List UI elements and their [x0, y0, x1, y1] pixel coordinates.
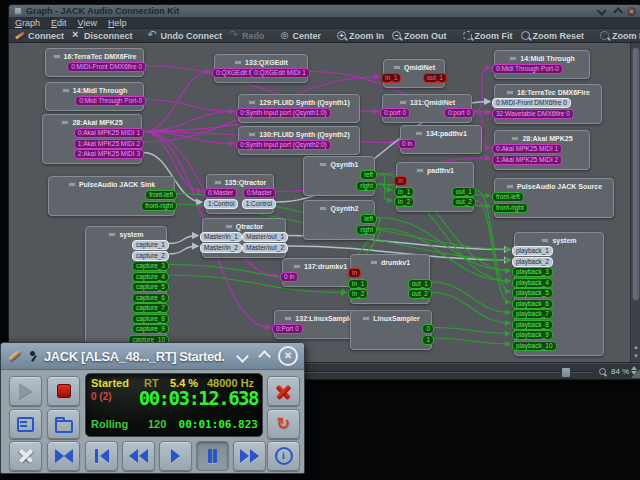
graph-port-output[interactable]: right [356, 225, 377, 235]
graph-port-input[interactable]: 0 in [280, 272, 298, 282]
connections-button[interactable] [9, 441, 42, 471]
maximize-button[interactable] [612, 6, 623, 16]
setup-button[interactable]: ↻ [267, 409, 300, 439]
graph-port-output[interactable]: capture_4 [132, 272, 169, 282]
graph-port-input[interactable]: 0:Port 0 [272, 324, 303, 334]
graph-port-input[interactable]: playback_7 [512, 309, 553, 319]
graph-port-output[interactable]: capture_1 [132, 240, 169, 250]
graph-port-input[interactable]: playback_10 [512, 341, 557, 351]
graph-port-output[interactable]: out_2 [408, 289, 432, 299]
vertical-scrollbar[interactable]: ▲ ▼ [630, 43, 640, 362]
graph-node-fluid2[interactable]: 130:FLUID Synth (Qsynth2)0:Synth input p… [238, 126, 360, 155]
graph-node-qmidinet_m[interactable]: 131:QmidiNet0:port 00:port 0 [382, 94, 472, 123]
connection-edge[interactable] [169, 236, 198, 244]
scrollbar-thumb[interactable] [632, 47, 640, 301]
graph-port-output[interactable]: 1:Akai MPK25 MIDI 2 [74, 139, 144, 149]
toolbar-disconnect-button[interactable]: Disconnect [72, 31, 133, 41]
graph-node-midithrough_r[interactable]: 14:Midi Through0:Midi Through Port-0 [494, 50, 590, 79]
graph-node-midithrough_l[interactable]: 14:Midi Through0:Midi Through Port-0 [45, 82, 144, 111]
graph-node-drumkv1_m[interactable]: 137:drumkv10 in [282, 258, 358, 287]
graph-port-input[interactable]: playback_1 [512, 246, 553, 256]
graph-port-output[interactable]: out_2 [452, 197, 476, 207]
graph-canvas[interactable]: ▲ ▼ 16:TerraTec DMX6Fire0:MIDI-Front DMX… [9, 43, 640, 363]
graph-port-input[interactable]: front-left [492, 192, 524, 202]
graph-node-padthv1_a[interactable]: padthv1inin_1out_1in_2out_2 [396, 162, 474, 212]
connection-edge[interactable] [146, 100, 234, 112]
graph-port-output[interactable]: left [360, 214, 377, 224]
toolbar-zoom-reset-button[interactable]: Zoom Reset [521, 31, 585, 41]
graph-node-akai_r[interactable]: 28:Akai MPK250:Akai MPK25 MIDI 11:Akai M… [494, 130, 590, 170]
graph-port-output[interactable]: capture_2 [132, 251, 169, 261]
transport-forward-button[interactable] [233, 441, 266, 471]
graph-port-input[interactable]: 0:Master [204, 188, 237, 198]
minimize-button[interactable] [597, 6, 608, 16]
graph-port-input[interactable]: 32:Wavetable DMX6fire 0 [492, 109, 574, 119]
graph-port-input[interactable]: 1:Akai MPK25 MIDI 2 [492, 155, 562, 165]
connection-edge[interactable] [377, 184, 392, 201]
session-button[interactable] [47, 409, 80, 439]
graph-port-output[interactable]: Master/out_1 [242, 232, 288, 242]
graph-port-input[interactable]: 0:Synth input port (Qsynth2:0) [236, 140, 331, 150]
graph-port-output[interactable]: out_1 [408, 279, 432, 289]
transport-skip-back-button[interactable] [85, 441, 118, 471]
graph-port-output[interactable]: capture_5 [132, 282, 169, 292]
messages-button[interactable] [9, 409, 42, 439]
status-display[interactable]: Started RT 5.4 % 48000 Hz 0 (2) 00:03:12… [85, 373, 263, 437]
graph-node-qsynth1[interactable]: Qsynth1leftright [303, 156, 375, 196]
graph-port-input[interactable]: playback_9 [512, 330, 553, 340]
graph-port-output[interactable]: capture_7 [132, 303, 169, 313]
connection-edge[interactable] [144, 112, 234, 132]
graph-port-input[interactable]: playback_4 [512, 278, 553, 288]
graph-port-output[interactable]: capture_6 [132, 293, 169, 303]
graph-port-output[interactable]: front-left [145, 190, 177, 200]
graph-port-input[interactable]: 0:Midi Through Port-0 [492, 64, 563, 74]
stop-button[interactable] [47, 376, 80, 406]
toolbar-zoom-range-button[interactable]: Zoom Range [600, 31, 640, 41]
qjackctl-titlebar[interactable]: JACK [ALSA_48..._RT] Started. ✕ [1, 343, 304, 370]
graph-port-input[interactable]: in [394, 176, 407, 186]
graph-node-qtractor_a[interactable]: QtractorMaster/in_1Master/out_1Master/in… [202, 218, 286, 258]
graph-port-input[interactable]: 0 in [398, 139, 416, 149]
graph-port-input[interactable]: 0:port 0 [380, 108, 410, 118]
scroll-up-icon[interactable]: ▲ [631, 343, 640, 352]
graph-node-qmidinet_a[interactable]: QmidiNetin_1out_1 [383, 59, 445, 88]
toolbar-center-button[interactable]: Center [281, 31, 322, 41]
scroll-down-icon[interactable]: ▼ [631, 352, 640, 361]
graph-port-output[interactable]: capture_9 [132, 324, 169, 334]
about-button[interactable]: i [267, 441, 300, 471]
graph-node-qxgedit[interactable]: 133:QXGEdit0:QXGEdit MIDI 10:QXGEdit MID… [214, 54, 308, 83]
graph-port-input[interactable]: 0:Synth input port (Qsynth1:0) [236, 108, 331, 118]
graph-port-input[interactable]: playback_3 [512, 267, 553, 277]
toolbar-undo-button[interactable]: Undo Connect [149, 31, 223, 41]
resize-grip[interactable] [631, 369, 640, 378]
graph-port-output[interactable]: 0:QXGEdit MIDI 1 [250, 68, 310, 78]
connection-edge[interactable] [434, 338, 510, 344]
graph-port-input[interactable]: playback_8 [512, 320, 553, 330]
connection-edge[interactable] [434, 328, 510, 334]
graph-port-input[interactable]: Master/in_1 [200, 232, 242, 242]
graph-port-output[interactable]: capture_3 [132, 261, 169, 271]
graph-port-output[interactable]: 0:MIDI-Front DMX6fire 0 [67, 62, 146, 72]
graph-node-padthv1_m[interactable]: 134:padthv10 in [400, 125, 482, 154]
graph-port-output[interactable]: capture_8 [132, 314, 169, 324]
graph-port-output[interactable]: 0:Midi Through Port-0 [75, 96, 146, 106]
graph-node-pulsesrc[interactable]: PulseAudio JACK Sourcefront-leftfront-ri… [494, 178, 614, 218]
graph-port-input[interactable]: 0:Akai MPK25 MIDI 1 [492, 144, 562, 154]
quit-button[interactable] [267, 376, 300, 406]
graph-port-output[interactable]: out_1 [452, 187, 476, 197]
patchbay-button[interactable] [47, 441, 80, 471]
transport-play-button[interactable] [159, 441, 192, 471]
pin-icon[interactable] [28, 350, 38, 362]
graph-port-input[interactable]: playback_5 [512, 288, 553, 298]
graph-port-output[interactable]: out_1 [423, 73, 447, 83]
graph-port-output[interactable]: 0 [422, 324, 434, 334]
menu-help[interactable]: Help [108, 18, 127, 28]
transport-rewind-button[interactable] [122, 441, 155, 471]
zoom-slider[interactable] [305, 371, 593, 372]
graph-port-input[interactable]: in_2 [348, 289, 368, 299]
graph-node-terratec_l[interactable]: 16:TerraTec DMX6Fire0:MIDI-Front DMX6fir… [45, 48, 144, 77]
graph-port-input[interactable]: Master/in_2 [200, 243, 242, 253]
graph-port-input[interactable]: 1:Control [204, 199, 238, 209]
graph-port-output[interactable]: 0:Master [243, 188, 276, 198]
graph-node-akai_l[interactable]: 28:Akai MPK250:Akai MPK25 MIDI 11:Akai M… [42, 114, 142, 164]
